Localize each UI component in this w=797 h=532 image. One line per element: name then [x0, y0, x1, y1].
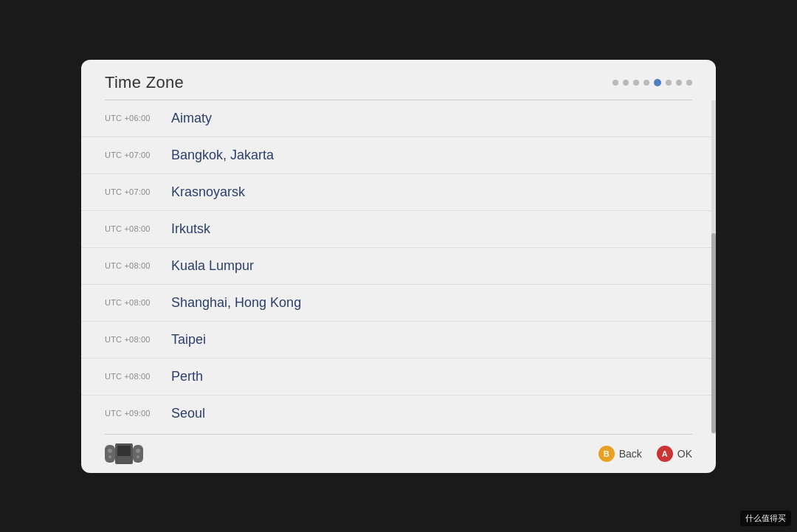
- city-name-3: Irkutsk: [171, 221, 210, 237]
- city-name-2: Krasnoyarsk: [171, 184, 245, 200]
- svg-rect-5: [133, 445, 143, 463]
- svg-rect-0: [105, 445, 115, 463]
- timezone-item-3[interactable]: UTC +08:00Irkutsk: [81, 211, 716, 248]
- footer: B Back A OK: [81, 435, 716, 473]
- timezone-item-5[interactable]: UTC +08:00Shanghai, Hong Kong: [81, 285, 716, 322]
- timezone-item-6[interactable]: UTC +08:00Taipei: [81, 322, 716, 359]
- utc-label-3: UTC +08:00: [105, 224, 171, 233]
- pagination-dot-0: [613, 80, 618, 86]
- svg-point-7: [137, 455, 139, 458]
- utc-label-7: UTC +08:00: [105, 372, 171, 381]
- timezone-item-7[interactable]: UTC +08:00Perth: [81, 359, 716, 395]
- scrollbar[interactable]: [711, 100, 716, 434]
- utc-label-1: UTC +07:00: [105, 151, 171, 159]
- pagination-dot-3: [644, 80, 649, 86]
- timezone-item-2[interactable]: UTC +07:00Krasnoyarsk: [81, 174, 716, 211]
- timezone-item-0[interactable]: UTC +06:00Aimaty: [81, 100, 716, 137]
- city-name-1: Bangkok, Jakarta: [171, 148, 274, 163]
- utc-label-8: UTC +09:00: [105, 409, 171, 418]
- city-name-0: Aimaty: [171, 111, 212, 126]
- city-name-6: Taipei: [171, 332, 206, 348]
- utc-label-2: UTC +07:00: [105, 187, 171, 196]
- timezone-item-4[interactable]: UTC +08:00Kuala Lumpur: [81, 248, 716, 285]
- watermark: 什么值得买: [740, 511, 791, 526]
- utc-label-5: UTC +08:00: [105, 298, 171, 307]
- svg-point-1: [108, 449, 112, 453]
- svg-point-6: [136, 449, 140, 453]
- city-name-4: Kuala Lumpur: [171, 258, 254, 274]
- switch-console-icon: [105, 442, 143, 466]
- footer-buttons: B Back A OK: [598, 446, 692, 462]
- back-button[interactable]: B Back: [598, 446, 642, 462]
- console-icon: [105, 442, 143, 466]
- timezone-list: UTC +06:00AimatyUTC +07:00Bangkok, Jakar…: [81, 100, 716, 432]
- utc-label-6: UTC +08:00: [105, 335, 171, 344]
- svg-rect-4: [117, 446, 131, 456]
- b-button-icon: B: [598, 446, 615, 462]
- pagination-dot-2: [633, 80, 639, 86]
- ok-label: OK: [677, 448, 692, 460]
- pagination-dot-4: [654, 79, 661, 86]
- utc-label-4: UTC +08:00: [105, 261, 171, 270]
- pagination-dot-1: [623, 80, 629, 86]
- pagination-dot-5: [666, 80, 672, 86]
- header: Time Zone: [81, 60, 716, 100]
- ok-button[interactable]: A OK: [657, 446, 692, 462]
- scrollbar-thumb[interactable]: [711, 233, 716, 433]
- utc-label-0: UTC +06:00: [105, 114, 171, 122]
- page-title: Time Zone: [105, 73, 184, 92]
- back-label: Back: [619, 448, 642, 460]
- svg-point-2: [108, 455, 111, 458]
- city-name-7: Perth: [171, 369, 203, 384]
- pagination-dots: [613, 79, 692, 86]
- list-container: UTC +06:00AimatyUTC +07:00Bangkok, Jakar…: [81, 100, 716, 434]
- city-name-5: Shanghai, Hong Kong: [171, 295, 301, 311]
- a-button-icon: A: [657, 446, 673, 462]
- main-screen: Time Zone UTC +06:00AimatyUTC +07:00Bang…: [81, 60, 716, 473]
- city-name-8: Seoul: [171, 406, 205, 421]
- timezone-item-8[interactable]: UTC +09:00Seoul: [81, 395, 716, 432]
- pagination-dot-7: [686, 80, 692, 86]
- pagination-dot-6: [676, 80, 682, 86]
- timezone-item-1[interactable]: UTC +07:00Bangkok, Jakarta: [81, 137, 716, 174]
